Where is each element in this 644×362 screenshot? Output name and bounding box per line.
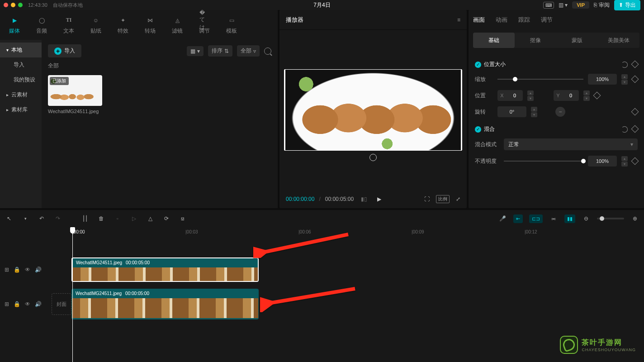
cursor-menu[interactable]: ▾: [21, 214, 30, 223]
ratio-button[interactable]: 比例: [436, 195, 450, 203]
keyframe-icon[interactable]: [631, 125, 639, 133]
pos-y-spinner[interactable]: ▴▾: [583, 90, 590, 101]
export-button[interactable]: ⬆ 导出: [614, 0, 640, 10]
search-icon[interactable]: [264, 48, 271, 55]
opacity-spinner[interactable]: ▴▾: [621, 156, 628, 167]
shortcuts-icon[interactable]: ⌨: [543, 2, 554, 9]
tab-effect[interactable]: ✦特效: [109, 10, 137, 40]
rotate-value[interactable]: 0°: [497, 106, 526, 117]
magnet-start-button[interactable]: ⇤: [513, 214, 523, 223]
tab-transition[interactable]: ⋈转场: [137, 10, 164, 40]
track-add-icon[interactable]: ⊞: [5, 301, 9, 307]
tab-media[interactable]: ▶媒体: [1, 10, 28, 40]
sidebar-item-import[interactable]: 导入: [0, 57, 42, 72]
layout-icon[interactable]: ▥ ▾: [559, 2, 568, 8]
tab-template[interactable]: ▭模板: [218, 10, 245, 40]
lock-icon[interactable]: 🔒: [14, 267, 20, 273]
check-icon[interactable]: ✓: [475, 62, 481, 68]
subtab-basic[interactable]: 基础: [473, 33, 515, 48]
keyframe-icon[interactable]: [593, 92, 601, 100]
opacity-value[interactable]: 100%: [588, 156, 617, 167]
rotate-button[interactable]: ⟳: [162, 214, 171, 223]
zoom-in-button[interactable]: ⊕: [630, 214, 639, 223]
preview-canvas[interactable]: [284, 69, 462, 151]
magnet-button[interactable]: ⊏⊐: [529, 214, 543, 223]
clip-overlay[interactable]: WechatIMG24511.jpeg 00:00:05:00: [71, 257, 259, 282]
speed-button[interactable]: ▷: [129, 214, 138, 223]
vip-badge[interactable]: VIP: [572, 1, 589, 9]
compare-icon[interactable]: ▮▯: [361, 196, 367, 202]
sidebar-item-library[interactable]: ▸素材库: [0, 102, 42, 117]
view-grid-button[interactable]: ▦▾: [187, 46, 204, 56]
frame-grab-icon[interactable]: ⛶: [424, 196, 430, 202]
preview-panel: 播放器 ≡ 00:00:00:00 / 00:00:05:00 ▮▯ ▶ ⛶ 比…: [279, 10, 467, 208]
scale-spinner[interactable]: ▴▾: [621, 74, 628, 85]
window-maximize-icon[interactable]: [18, 3, 23, 7]
zoom-out-button[interactable]: ⊖: [582, 214, 591, 223]
link-button[interactable]: ⫘: [549, 214, 558, 223]
blend-mode-select[interactable]: 正常 ▾: [504, 138, 638, 150]
sidebar-item-cloud[interactable]: ▸云素材: [0, 87, 42, 102]
reset-icon[interactable]: [621, 126, 628, 133]
tab-audio[interactable]: ◯音频: [28, 10, 55, 40]
window-minimize-icon[interactable]: [11, 3, 15, 7]
undo-button[interactable]: ↶: [37, 214, 46, 223]
mirror-button[interactable]: △: [146, 214, 155, 223]
sidebar-item-presets[interactable]: 我的预设: [0, 72, 42, 87]
clip-main[interactable]: WechatIMG24511.jpeg 00:00:05:00: [71, 289, 259, 319]
speaker-icon[interactable]: 🔊: [35, 301, 42, 307]
cursor-tool[interactable]: ↖: [5, 214, 14, 223]
window-close-icon[interactable]: [4, 3, 8, 7]
subtab-mask[interactable]: 蒙版: [556, 33, 598, 48]
sync-icon[interactable]: [369, 154, 377, 161]
cover-button[interactable]: 封面: [52, 293, 71, 315]
keyframe-icon[interactable]: [631, 60, 639, 68]
position-x-input[interactable]: X0: [497, 90, 523, 101]
scale-slider[interactable]: [497, 79, 583, 80]
keyframe-icon[interactable]: [631, 76, 639, 83]
crop-button[interactable]: ⟏: [178, 214, 187, 223]
keyframe-icon[interactable]: [631, 157, 639, 165]
redo-button[interactable]: ↷: [53, 214, 62, 223]
rotate-spinner[interactable]: ▴▾: [531, 107, 537, 117]
subtab-matte[interactable]: 抠像: [515, 33, 556, 48]
tab-adjust[interactable]: �ては调节: [191, 10, 218, 40]
check-icon[interactable]: ✓: [475, 126, 481, 133]
props-tab-adjust[interactable]: 调节: [541, 16, 553, 24]
split-button[interactable]: ⎮⎮: [80, 214, 90, 223]
props-tab-track[interactable]: 跟踪: [518, 16, 530, 24]
media-thumbnail[interactable]: 已添加 WechatIMG24511.jpeg: [48, 75, 102, 114]
play-button[interactable]: ▶: [377, 196, 381, 202]
opacity-slider[interactable]: [504, 161, 583, 162]
keyframe-icon[interactable]: [631, 108, 639, 116]
fullscreen-icon[interactable]: ⤢: [456, 196, 460, 202]
mic-record-button[interactable]: 🎤: [498, 214, 507, 223]
lock-icon[interactable]: 🔒: [14, 301, 20, 307]
pos-x-spinner[interactable]: ▴▾: [527, 90, 534, 101]
track-add-icon[interactable]: ⊞: [5, 267, 9, 273]
position-y-input[interactable]: Y0: [554, 90, 579, 101]
tab-sticker[interactable]: ☺贴纸: [82, 10, 109, 40]
eye-icon[interactable]: 👁: [25, 267, 30, 273]
sort-button[interactable]: 排序⇅: [208, 45, 232, 57]
playhead[interactable]: [72, 227, 73, 362]
delete-button[interactable]: 🗑: [97, 214, 106, 223]
rotate-dial[interactable]: −: [555, 107, 565, 117]
zoom-slider[interactable]: [597, 218, 624, 219]
scale-value[interactable]: 100%: [588, 74, 617, 85]
freeze-frame-button[interactable]: ▫: [113, 214, 122, 223]
import-button[interactable]: + 导入: [48, 44, 81, 57]
eye-icon[interactable]: 👁: [25, 301, 30, 307]
tab-text[interactable]: TI文本: [55, 10, 82, 40]
props-tab-anim[interactable]: 动画: [496, 16, 507, 24]
review-button[interactable]: ⎘ 审阅: [594, 1, 610, 9]
reset-icon[interactable]: [621, 62, 628, 68]
sidebar-item-local[interactable]: ▾本地: [0, 43, 42, 57]
props-tab-picture[interactable]: 画面: [473, 16, 485, 24]
speaker-icon[interactable]: 🔊: [35, 267, 42, 273]
filter-all-button[interactable]: 全部▿: [237, 45, 260, 57]
snap-button[interactable]: ▮▮: [564, 214, 575, 223]
subtab-beauty[interactable]: 美颜美体: [598, 33, 639, 48]
tab-filter[interactable]: ◬滤镜: [164, 10, 191, 40]
preview-menu-icon[interactable]: ≡: [457, 17, 460, 23]
